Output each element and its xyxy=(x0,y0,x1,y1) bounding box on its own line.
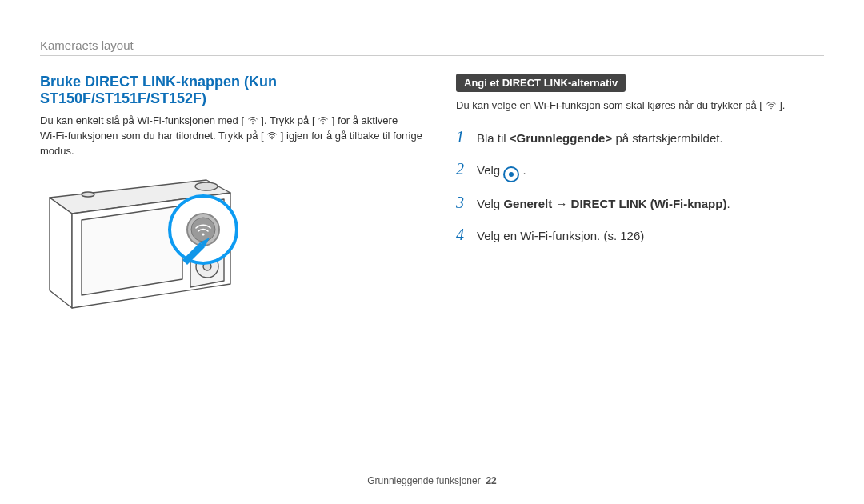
steps-list: 1 Bla til <Grunnleggende> på startskjerm… xyxy=(456,125,824,246)
target-icon xyxy=(503,166,519,182)
page-footer: Grunnleggende funksjoner 22 xyxy=(0,475,864,486)
step-1: 1 Bla til <Grunnleggende> på startskjerm… xyxy=(456,125,824,149)
step-3-b: Generelt xyxy=(503,197,552,210)
footer-page-number: 22 xyxy=(486,475,496,486)
svg-point-13 xyxy=(770,108,772,110)
camera-illustration xyxy=(40,170,256,322)
step-2-a: Velg xyxy=(477,163,503,177)
intro-left-b: ]. Trykk på [ xyxy=(261,114,314,126)
intro-right: Du kan velge en Wi-Fi-funksjon som skal … xyxy=(456,98,824,114)
svg-point-0 xyxy=(252,123,254,125)
breadcrumb: Kameraets layout xyxy=(40,38,824,52)
step-number: 3 xyxy=(456,190,467,214)
svg-point-3 xyxy=(195,182,218,190)
step-number: 2 xyxy=(456,157,467,181)
header-rule xyxy=(40,55,824,56)
wifi-icon xyxy=(318,115,329,126)
svg-point-4 xyxy=(82,192,94,197)
step-2: 2 Velg . xyxy=(456,157,824,182)
intro-left-a: Du kan enkelt slå på Wi-Fi-funksjonen me… xyxy=(40,114,244,126)
svg-point-2 xyxy=(271,138,273,139)
intro-right-a: Du kan velge en Wi-Fi-funksjon som skal … xyxy=(456,99,762,111)
step-number: 4 xyxy=(456,222,467,246)
intro-left: Du kan enkelt slå på Wi-Fi-funksjonen me… xyxy=(40,114,424,159)
svg-point-12 xyxy=(202,233,204,235)
step-3-c: DIRECT LINK (Wi-Fi-knapp) xyxy=(571,197,727,210)
wifi-icon xyxy=(266,130,278,142)
step-number: 1 xyxy=(456,125,467,149)
step-1-a: Bla til xyxy=(477,131,510,145)
subheader-pill: Angi et DIRECT LINK-alternativ xyxy=(456,74,626,92)
step-3-arrow: → xyxy=(552,197,570,210)
section-heading: Bruke DIRECT LINK-knappen (Kun ST150F/ST… xyxy=(40,74,424,107)
footer-section: Grunnleggende funksjoner xyxy=(367,475,480,486)
step-3-d: . xyxy=(726,197,730,210)
step-1-c: på startskjermbildet. xyxy=(612,131,722,145)
wifi-icon xyxy=(247,115,258,126)
step-1-b: <Grunnleggende> xyxy=(510,131,612,145)
intro-right-b: ]. xyxy=(779,99,785,111)
wifi-icon xyxy=(766,100,777,111)
step-4: 4 Velg en Wi-Fi-funksjon. (s. 126) xyxy=(456,222,824,246)
step-3: 3 Velg Generelt → DIRECT LINK (Wi-Fi-kna… xyxy=(456,190,824,214)
svg-point-1 xyxy=(322,123,324,125)
step-2-b: . xyxy=(523,163,526,177)
step-4-text: Velg en Wi-Fi-funksjon. (s. 126) xyxy=(477,227,644,246)
step-3-a: Velg xyxy=(477,197,503,210)
